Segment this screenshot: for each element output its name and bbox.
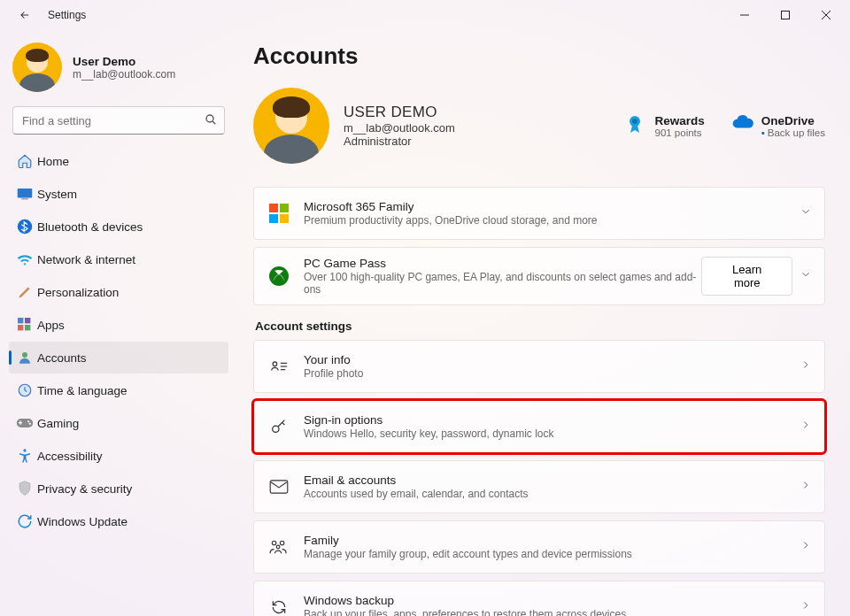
nav-privacy[interactable]: Privacy & security (9, 473, 228, 504)
nav-time-language[interactable]: Time & language (9, 374, 228, 406)
family-icon (267, 535, 291, 559)
svg-point-16 (27, 420, 29, 422)
svg-rect-22 (280, 204, 289, 212)
gamepad-icon (12, 411, 37, 435)
svg-rect-1 (782, 12, 790, 19)
svg-rect-31 (270, 481, 288, 493)
card-title: PC Game Pass (304, 257, 701, 270)
close-button[interactable] (806, 1, 846, 29)
arrow-left-icon (19, 9, 31, 21)
svg-rect-23 (269, 214, 278, 223)
card-title: Windows backup (304, 594, 626, 607)
page-title: Accounts (253, 42, 825, 70)
learn-more-button[interactable]: Learn more (701, 257, 792, 296)
svg-point-25 (269, 266, 289, 286)
card-gamepass[interactable]: PC Game Pass Over 100 high-quality PC ga… (253, 247, 825, 305)
hero-email: m__lab@outlook.com (344, 121, 455, 135)
card-m365[interactable]: Microsoft 365 Family Premium productivit… (253, 187, 825, 240)
rewards-tile[interactable]: Rewards 901 points (624, 114, 704, 138)
chevron-right-icon (800, 479, 812, 495)
contact-card-icon (267, 354, 291, 379)
nav-bluetooth[interactable]: Bluetooth & devices (9, 211, 228, 243)
svg-rect-6 (18, 189, 33, 198)
chevron-right-icon (800, 539, 812, 555)
nav-accounts[interactable]: Accounts (9, 342, 228, 373)
mail-icon (267, 474, 291, 499)
minimize-icon (740, 11, 749, 19)
card-sub: Over 100 high-quality PC games, EA Play,… (304, 271, 701, 296)
chevron-down-icon (800, 205, 812, 221)
minimize-button[interactable] (724, 1, 765, 29)
key-icon (267, 414, 291, 439)
card-title: Email & accounts (304, 474, 528, 487)
svg-rect-12 (25, 325, 30, 330)
search-input[interactable] (12, 106, 225, 135)
nav-accessibility[interactable]: Accessibility (9, 440, 228, 472)
titlebar: Settings (0, 0, 850, 30)
svg-point-13 (22, 352, 27, 358)
search-box (12, 106, 225, 135)
card-email-accounts[interactable]: Email & accounts Accounts used by email,… (253, 460, 825, 513)
card-windows-backup[interactable]: Windows backup Back up your files, apps,… (253, 581, 825, 616)
nav-list: Home System Bluetooth & devices Network … (9, 145, 228, 538)
window-controls (724, 1, 846, 29)
hero-name: USER DEMO (344, 104, 455, 121)
nav-windows-update[interactable]: Windows Update (9, 505, 228, 537)
card-family[interactable]: Family Manage your family group, edit ac… (253, 520, 825, 574)
sidebar-profile[interactable]: User Demo m__lab@outlook.com (9, 39, 228, 101)
cloud-icon (731, 114, 753, 135)
svg-point-20 (632, 119, 638, 124)
shield-icon (12, 476, 37, 501)
nav-system[interactable]: System (9, 178, 228, 210)
svg-point-26 (273, 362, 277, 366)
chevron-right-icon (800, 599, 812, 615)
nav-gaming[interactable]: Gaming (9, 407, 228, 439)
nav-network[interactable]: Network & internet (9, 243, 228, 275)
main-content: Accounts USER DEMO m__lab@outlook.com Ad… (237, 30, 850, 616)
svg-rect-10 (25, 318, 30, 323)
card-title: Sign-in options (304, 413, 554, 427)
svg-point-30 (273, 426, 279, 432)
xbox-icon (267, 264, 291, 289)
svg-point-18 (23, 449, 26, 451)
hero-role: Administrator (344, 135, 455, 148)
card-title: Your info (304, 353, 363, 366)
nav-apps[interactable]: Apps (9, 309, 228, 341)
nav-personalization[interactable]: Personalization (9, 276, 228, 308)
person-icon (12, 345, 37, 370)
card-sub: Profile photo (304, 367, 363, 380)
card-your-info[interactable]: Your info Profile photo (253, 340, 825, 393)
apps-icon (12, 312, 37, 337)
close-icon (822, 11, 831, 19)
nav-home[interactable]: Home (9, 145, 228, 177)
home-icon (12, 149, 37, 173)
onedrive-tile[interactable]: OneDrive •Back up files (731, 114, 825, 138)
svg-rect-24 (280, 214, 289, 223)
card-title: Microsoft 365 Family (304, 200, 597, 213)
sidebar: User Demo m__lab@outlook.com Home System… (0, 30, 237, 616)
wifi-icon (12, 247, 37, 272)
avatar (12, 42, 62, 92)
clock-icon (12, 378, 37, 403)
svg-line-5 (212, 121, 215, 124)
onedrive-sub: •Back up files (761, 127, 825, 138)
card-signin-options[interactable]: Sign-in options Windows Hello, security … (253, 400, 825, 453)
card-sub: Windows Hello, security key, password, d… (304, 427, 554, 440)
card-sub: Premium productivity apps, OneDrive clou… (304, 214, 597, 227)
profile-email: m__lab@outlook.com (73, 68, 175, 81)
update-icon (12, 509, 37, 534)
svg-rect-9 (18, 318, 23, 323)
sync-icon (267, 595, 291, 616)
svg-point-33 (280, 541, 284, 545)
card-sub: Manage your family group, edit account t… (304, 548, 632, 560)
svg-point-17 (29, 423, 31, 425)
card-sub: Back up your files, apps, preferences to… (304, 608, 626, 616)
card-sub: Accounts used by email, calendar, and co… (304, 488, 528, 500)
maximize-button[interactable] (765, 1, 806, 29)
chevron-right-icon (800, 358, 812, 374)
rewards-icon (624, 114, 645, 135)
svg-point-4 (206, 115, 213, 122)
svg-point-32 (272, 541, 276, 545)
avatar-large[interactable] (253, 88, 329, 164)
back-button[interactable] (12, 3, 37, 27)
